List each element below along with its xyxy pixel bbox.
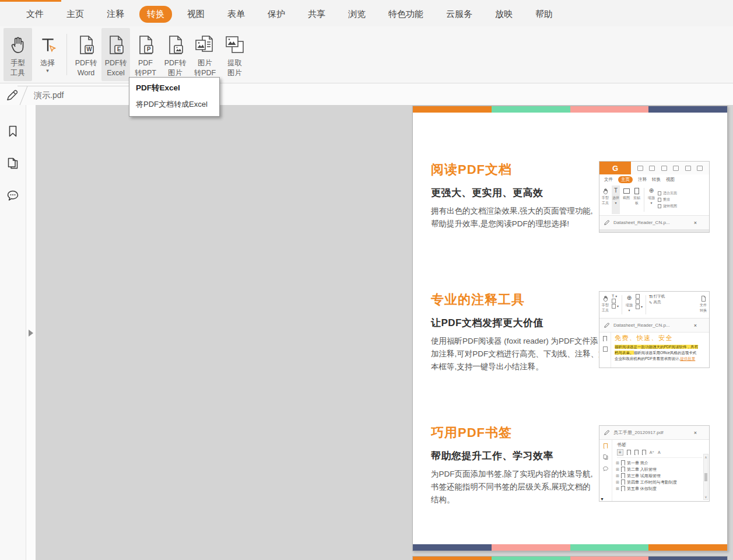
- mini-menu-bar: 文件 主页 注释 转换 视图: [599, 174, 709, 184]
- panel-gutter: [26, 105, 36, 560]
- mini-doc-tab: Datasheet_Reader_CN.p... ×: [599, 216, 709, 230]
- mini-page-group: ▾: [636, 293, 643, 317]
- pdf-to-excel-button[interactable]: E PDF转Excel: [101, 28, 130, 81]
- mini-collapse-icon: ▼: [600, 497, 604, 501]
- document-tab[interactable]: 演示.pdf: [17, 86, 132, 105]
- tooltip: PDF转Excel 将PDF文档转成Excel: [129, 77, 220, 117]
- mini-view-options: 适合页面 重排 旋转视图: [658, 186, 677, 214]
- mini-text-tools: TI打字机 ✎高亮: [649, 293, 665, 317]
- page-top-stripe: [413, 106, 727, 113]
- mini-panel-title: 书签: [617, 442, 702, 448]
- svg-text:E: E: [117, 46, 121, 52]
- pdf-to-word-icon: W: [76, 32, 97, 58]
- mini-doc-tab: Datasheet_Reader_CN.p... ×: [599, 318, 709, 332]
- mini-quickaccess-icons: [631, 166, 709, 171]
- mini-bookmark-icon: [603, 336, 607, 341]
- main-area: 阅读PDF文档 更强大、更实用、更高效 拥有出色的文档渲染效果,强大的页面管理功…: [0, 105, 733, 560]
- mini-side-panel: [599, 332, 611, 368]
- mini-toolbar: 手型工具 T选择▾ 截图 剪贴板 ⊕缩放▾ 适合页面 重排 旋转视图: [599, 184, 709, 216]
- mini-scrollbar: ∧ ∨: [703, 454, 709, 500]
- pdf-page: 阅读PDF文档 更强大、更实用、更高效 拥有出色的文档渲染效果,强大的页面管理功…: [412, 106, 728, 551]
- menu-item-help[interactable]: 帮助: [535, 9, 553, 20]
- bookmarks-panel-button[interactable]: [5, 124, 20, 139]
- mini-select-group: T▾ ▾: [612, 293, 619, 317]
- toolbar-separator: [66, 34, 67, 75]
- mini-font-icon: A: [658, 450, 661, 454]
- svg-text:P: P: [146, 46, 150, 52]
- hand-tool-button[interactable]: 手型工具: [3, 28, 32, 81]
- select-dropdown-caret-icon: ▾: [46, 68, 49, 74]
- mini-zoom-icon: ⊕: [627, 294, 632, 303]
- ribbon-toolbar: 手型工具 选择 ▾ W PDF转Word E: [0, 26, 733, 83]
- foxit-logo: G: [599, 162, 631, 174]
- mini-side-panel: ▼: [599, 440, 612, 502]
- mini-link-text: 提供批量: [680, 356, 695, 360]
- select-cursor-icon: [40, 32, 56, 58]
- menu-item-comment[interactable]: 注释: [107, 9, 124, 20]
- next-page-top-stripe: [412, 556, 728, 560]
- mini-doc-tab: 员工手册_20120917.pdf ×: [599, 426, 709, 440]
- pdf-to-image-icon: [165, 32, 186, 58]
- mini-close-icon: ×: [694, 430, 697, 436]
- menu-item-protect[interactable]: 保护: [268, 9, 285, 20]
- menu-item-convert-active[interactable]: 转换: [139, 6, 172, 23]
- document-canvas[interactable]: 阅读PDF文档 更强大、更实用、更高效 拥有出色的文档渲染效果,强大的页面管理功…: [36, 105, 733, 560]
- mini-select-icon: T: [614, 187, 618, 195]
- mini-bookmark-icon-active: [604, 443, 608, 449]
- extract-image-button[interactable]: 提取图片: [220, 28, 249, 81]
- mini-bookmark-toolbar: ≡ A⁺ A: [617, 449, 702, 458]
- mini-typewriter-icon: TI: [649, 295, 653, 299]
- mini-annot-toolbar: 手型工具 T▾ ▾ ⊕缩放▾ ▾ TI打字机 ✎高亮: [599, 292, 709, 318]
- mini-screenshot-reader: G 文件 主页 注释 转换 视图 手型工具 T选择▾: [599, 161, 710, 233]
- mini-screenshot-bookmarks: 员工手册_20120917.pdf × ▼ 书签 ≡: [599, 425, 710, 502]
- panel-expander-arrow[interactable]: [29, 330, 33, 337]
- mini-list-icon: ≡: [617, 449, 623, 456]
- tooltip-title: PDF转Excel: [136, 83, 213, 93]
- pdf-to-excel-icon: E: [106, 32, 127, 58]
- menu-item-cloud[interactable]: 云服务: [446, 9, 472, 20]
- menu-item-browse[interactable]: 浏览: [348, 9, 366, 20]
- menu-item-form[interactable]: 表单: [227, 9, 245, 20]
- pdf-to-image-button[interactable]: PDF转图片: [161, 28, 190, 81]
- menu-item-share[interactable]: 共享: [308, 9, 325, 20]
- svg-text:W: W: [86, 46, 92, 52]
- image-to-pdf-button[interactable]: 图片转PDF: [191, 28, 219, 81]
- pages-panel-button[interactable]: [5, 156, 20, 171]
- menu-item-present[interactable]: 放映: [495, 9, 513, 20]
- pdf-to-ppt-button[interactable]: P PDF转PPT: [131, 28, 160, 81]
- menu-item-features[interactable]: 特色功能: [388, 9, 423, 20]
- page-bottom-stripe: [413, 544, 727, 551]
- mini-page-heading: 免费、快速、安全: [615, 334, 708, 342]
- mini-zoom-icon: ⊕: [649, 187, 654, 195]
- tooltip-description: 将PDF文档转成Excel: [136, 99, 213, 110]
- select-tool-button[interactable]: 选择 ▾: [33, 28, 62, 81]
- navigation-side-panel: [0, 105, 26, 560]
- mini-close-icon: ×: [694, 323, 697, 328]
- menu-item-file[interactable]: 文件: [26, 9, 44, 20]
- menu-bar: 文件 主页 注释 转换 视图 表单 保护 共享 浏览 特色功能 云服务 放映 帮…: [0, 2, 733, 26]
- mini-bookmark-list: ⊞第一章 简介 ⊞第二章 入职管理 ⊞第三章 试用期管理 ⊞第四章 工作时间与考…: [616, 460, 702, 492]
- menu-item-view[interactable]: 视图: [187, 9, 205, 20]
- comments-panel-button[interactable]: [5, 188, 20, 203]
- extract-image-icon: [225, 32, 245, 58]
- mini-close-icon: ×: [694, 220, 697, 226]
- hand-icon: [9, 32, 27, 58]
- pdf-to-word-button[interactable]: W PDF转Word: [72, 28, 100, 81]
- mini-screenshot-annotation: 手型工具 T▾ ▾ ⊕缩放▾ ▾ TI打字机 ✎高亮: [599, 291, 710, 368]
- image-to-pdf-icon: [194, 32, 216, 58]
- document-tab-bar: 演示.pdf: [0, 83, 733, 105]
- menu-item-home[interactable]: 主页: [66, 9, 84, 20]
- pdf-to-ppt-icon: P: [135, 32, 156, 58]
- mini-font-increase-icon: A⁺: [650, 450, 654, 455]
- mini-highlight-pen-icon: ✎: [649, 300, 652, 305]
